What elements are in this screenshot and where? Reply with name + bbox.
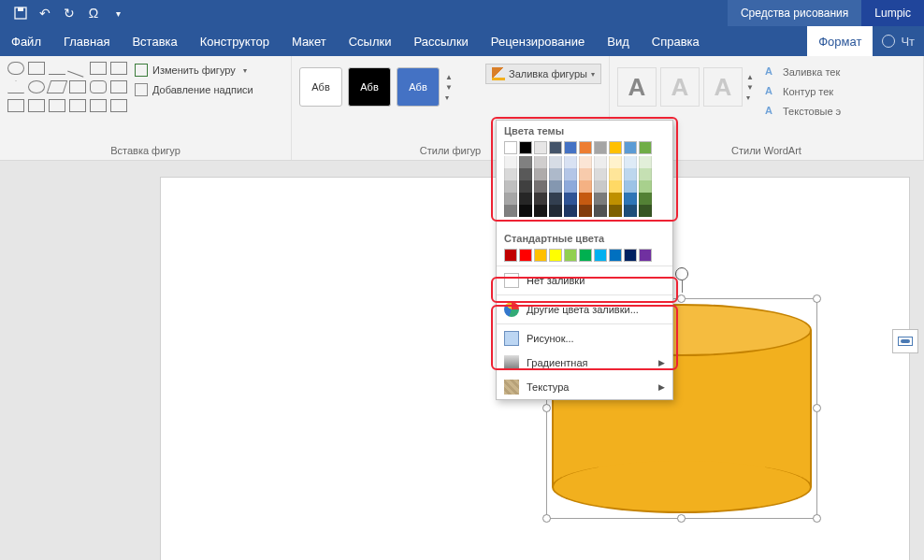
resize-handle[interactable] — [542, 514, 551, 523]
color-swatch[interactable] — [534, 156, 547, 168]
color-swatch[interactable] — [579, 156, 592, 168]
color-swatch[interactable] — [624, 205, 637, 217]
color-swatch[interactable] — [594, 205, 607, 217]
color-swatch[interactable] — [564, 205, 577, 217]
color-swatch[interactable] — [504, 249, 517, 262]
texture-fill-item[interactable]: Текстура▶ — [497, 375, 672, 399]
wordart-style-1[interactable]: A — [617, 67, 657, 107]
color-swatch[interactable] — [579, 141, 592, 154]
tab-design[interactable]: Конструктор — [189, 26, 281, 56]
color-swatch[interactable] — [609, 249, 622, 262]
picture-fill-item[interactable]: Рисунок... — [497, 326, 672, 351]
color-swatch[interactable] — [549, 249, 562, 262]
color-swatch[interactable] — [609, 193, 622, 205]
color-swatch[interactable] — [534, 180, 547, 193]
text-box-button[interactable]: Добавление надписи — [135, 81, 253, 98]
edit-shape-button[interactable]: Изменить фигуру▾ — [135, 62, 253, 79]
color-swatch[interactable] — [609, 141, 622, 154]
color-swatch[interactable] — [519, 205, 532, 217]
color-swatch[interactable] — [549, 141, 562, 154]
color-swatch[interactable] — [624, 193, 637, 205]
color-swatch[interactable] — [594, 193, 607, 205]
color-swatch[interactable] — [564, 156, 577, 168]
gradient-fill-item[interactable]: Градиентная▶ — [497, 351, 672, 375]
color-swatch[interactable] — [639, 180, 652, 193]
text-fill-button[interactable]: AЗаливка тек — [765, 64, 841, 80]
color-swatch[interactable] — [534, 249, 547, 262]
shape-style-gallery[interactable]: Абв Абв Абв ▲▼▾ — [299, 60, 458, 107]
color-swatch[interactable] — [549, 156, 562, 168]
omega-icon[interactable]: Ω — [86, 6, 101, 21]
color-swatch[interactable] — [504, 180, 517, 193]
shape-style-2[interactable]: Абв — [348, 67, 391, 107]
tab-layout[interactable]: Макет — [281, 26, 338, 56]
tab-review[interactable]: Рецензирование — [480, 26, 596, 56]
color-swatch[interactable] — [639, 141, 652, 154]
qat-more-icon[interactable]: ▾ — [110, 6, 125, 21]
tab-mailings[interactable]: Рассылки — [402, 26, 479, 56]
resize-handle[interactable] — [677, 294, 686, 303]
color-swatch[interactable] — [504, 168, 517, 180]
no-fill-item[interactable]: Нет заливки — [497, 268, 672, 293]
color-swatch[interactable] — [534, 193, 547, 205]
wordart-gallery[interactable]: A A A ▲▼▾ — [617, 60, 759, 107]
resize-handle[interactable] — [542, 404, 551, 412]
color-swatch[interactable] — [549, 193, 562, 205]
color-swatch[interactable] — [594, 156, 607, 168]
color-swatch[interactable] — [639, 193, 652, 205]
shape-fill-button[interactable]: Заливка фигуры ▾ — [485, 64, 601, 84]
text-outline-button[interactable]: AКонтур тек — [765, 83, 841, 100]
color-swatch[interactable] — [564, 193, 577, 205]
color-swatch[interactable] — [534, 205, 547, 217]
color-swatch[interactable] — [519, 141, 532, 154]
resize-handle[interactable] — [813, 404, 821, 412]
color-swatch[interactable] — [504, 156, 517, 168]
color-swatch[interactable] — [624, 249, 637, 262]
save-icon[interactable] — [13, 6, 28, 21]
color-swatch[interactable] — [579, 180, 592, 193]
tab-file[interactable]: Файл — [0, 26, 52, 56]
color-swatch[interactable] — [579, 193, 592, 205]
color-swatch[interactable] — [639, 205, 652, 217]
more-fill-colors-item[interactable]: Другие цвета заливки... — [497, 297, 672, 322]
shape-style-1[interactable]: Абв — [299, 67, 342, 107]
shape-style-3[interactable]: Абв — [397, 67, 440, 107]
tab-view[interactable]: Вид — [596, 26, 641, 56]
color-swatch[interactable] — [624, 156, 637, 168]
color-swatch[interactable] — [594, 249, 607, 262]
layout-options-button[interactable] — [892, 329, 918, 353]
color-swatch[interactable] — [594, 141, 607, 154]
color-swatch[interactable] — [624, 141, 637, 154]
color-swatch[interactable] — [564, 249, 577, 262]
color-swatch[interactable] — [609, 180, 622, 193]
color-swatch[interactable] — [564, 180, 577, 193]
color-swatch[interactable] — [519, 193, 532, 205]
color-swatch[interactable] — [564, 141, 577, 154]
color-swatch[interactable] — [549, 168, 562, 180]
text-effects-button[interactable]: AТекстовые э — [765, 103, 841, 120]
color-swatch[interactable] — [579, 205, 592, 217]
color-swatch[interactable] — [549, 180, 562, 193]
color-swatch[interactable] — [579, 249, 592, 262]
tab-references[interactable]: Ссылки — [338, 26, 403, 56]
color-swatch[interactable] — [624, 168, 637, 180]
color-swatch[interactable] — [519, 249, 532, 262]
color-swatch[interactable] — [579, 168, 592, 180]
color-swatch[interactable] — [609, 156, 622, 168]
wordart-style-2[interactable]: A — [660, 67, 700, 107]
color-swatch[interactable] — [639, 168, 652, 180]
shapes-gallery[interactable] — [7, 60, 129, 114]
undo-icon[interactable]: ↶ — [37, 6, 52, 21]
color-swatch[interactable] — [504, 205, 517, 217]
color-swatch[interactable] — [594, 180, 607, 193]
tab-format[interactable]: Формат — [807, 26, 873, 56]
color-swatch[interactable] — [534, 141, 547, 154]
redo-icon[interactable]: ↻ — [62, 6, 77, 21]
contextual-tab-drawing-tools[interactable]: Средства рисования — [728, 0, 861, 26]
color-swatch[interactable] — [519, 168, 532, 180]
tab-help[interactable]: Справка — [641, 26, 711, 56]
resize-handle[interactable] — [813, 294, 821, 303]
color-swatch[interactable] — [609, 168, 622, 180]
color-swatch[interactable] — [504, 141, 517, 154]
color-swatch[interactable] — [534, 168, 547, 180]
